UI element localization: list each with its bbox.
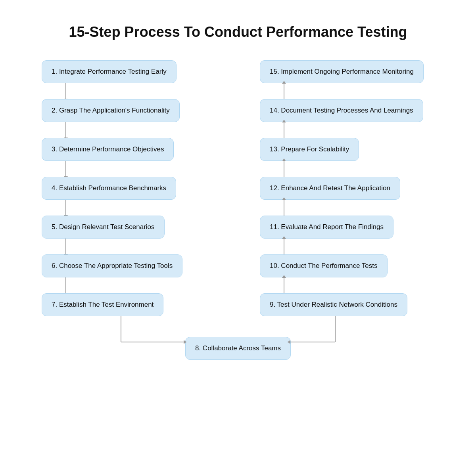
diagram: 1. Integrate Performance Testing Early 2… [30, 60, 446, 316]
arrow-12-11 [284, 200, 284, 216]
arrow-14-13 [284, 122, 284, 138]
arrow-3-4 [65, 161, 66, 177]
step-1-wrapper: 1. Integrate Performance Testing Early [42, 60, 177, 99]
step-1-box: 1. Integrate Performance Testing Early [42, 60, 177, 83]
step-2-box: 2. Grasp The Application's Functionality [42, 99, 180, 122]
step-12-box: 12. Enhance And Retest The Application [260, 177, 400, 200]
page-title: 15-Step Process To Conduct Performance T… [69, 24, 407, 40]
arrow-15-14 [284, 83, 284, 99]
arrow-13-12 [284, 161, 284, 177]
step-13-box: 13. Prepare For Scalability [260, 138, 359, 161]
arrow-5-6 [65, 239, 66, 254]
svg-marker-2 [184, 340, 186, 344]
step-7-box: 7. Establish The Test Environment [42, 293, 163, 316]
arrow-11-10 [284, 239, 284, 254]
bottom-connectors-svg [30, 316, 446, 368]
right-column: 15. Implement Ongoing Performance Monito… [248, 60, 446, 316]
step-15-box: 15. Implement Ongoing Performance Monito… [260, 60, 424, 83]
step-2-wrapper: 2. Grasp The Application's Functionality [42, 99, 180, 138]
step-10-box: 10. Conduct The Performance Tests [260, 254, 388, 277]
step-5-box: 5. Design Relevant Test Scenarios [42, 216, 165, 239]
arrow-2-3 [65, 122, 66, 138]
step-12-wrapper: 12. Enhance And Retest The Application [260, 177, 400, 216]
step-4-wrapper: 4. Establish Performance Benchmarks [42, 177, 176, 216]
arrow-10-9 [284, 277, 284, 293]
step-6-wrapper: 6. Choose The Appropriate Testing Tools [42, 254, 182, 293]
step-14-wrapper: 14. Document Testing Processes And Learn… [260, 99, 423, 138]
step-3-box: 3. Determine Performance Objectives [42, 138, 174, 161]
step-7-wrapper: 7. Establish The Test Environment [42, 293, 163, 316]
arrow-4-5 [65, 200, 66, 216]
bottom-row: 8. Collaborate Across Teams [30, 316, 446, 368]
step-4-box: 4. Establish Performance Benchmarks [42, 177, 176, 200]
step-10-wrapper: 10. Conduct The Performance Tests [260, 254, 388, 293]
step-13-wrapper: 13. Prepare For Scalability [260, 138, 359, 177]
step-14-box: 14. Document Testing Processes And Learn… [260, 99, 423, 122]
step-9-box: 9. Test Under Realistic Network Conditio… [260, 293, 407, 316]
step-3-wrapper: 3. Determine Performance Objectives [42, 138, 174, 177]
step-11-box: 11. Evaluate And Report The Findings [260, 216, 393, 239]
step-11-wrapper: 11. Evaluate And Report The Findings [260, 216, 393, 254]
step-15-wrapper: 15. Implement Ongoing Performance Monito… [260, 60, 424, 99]
arrow-1-2 [65, 83, 66, 99]
step-5-wrapper: 5. Design Relevant Test Scenarios [42, 216, 165, 254]
svg-marker-5 [288, 340, 290, 344]
step-9-wrapper: 9. Test Under Realistic Network Conditio… [260, 293, 407, 316]
arrow-6-7 [65, 277, 66, 293]
left-column: 1. Integrate Performance Testing Early 2… [30, 60, 228, 316]
step-6-box: 6. Choose The Appropriate Testing Tools [42, 254, 182, 277]
